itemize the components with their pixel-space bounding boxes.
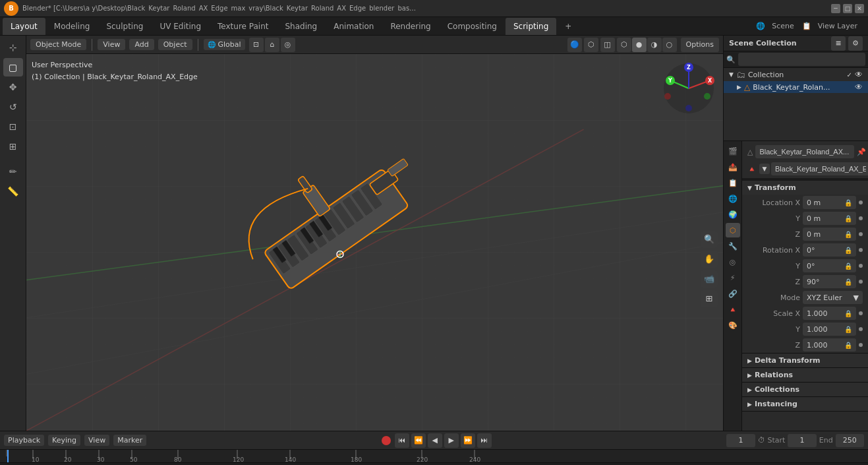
object-eye-btn[interactable]: 👁 (855, 82, 863, 92)
tab-shading[interactable]: Shading (277, 18, 325, 35)
physics-prop-icon[interactable]: ⚡ (726, 270, 740, 285)
delta-transform-header[interactable]: ▶ Delta Transform (742, 354, 868, 367)
tab-compositing[interactable]: Compositing (440, 18, 505, 35)
scale-z-lock[interactable]: 🔒 (844, 342, 852, 349)
location-z-lock[interactable]: 🔒 (844, 231, 852, 238)
keying-btn[interactable]: Keying (48, 435, 80, 446)
location-x-dot[interactable] (859, 201, 863, 204)
search-input[interactable] (738, 53, 865, 66)
overlay-btn[interactable]: ⬡ (584, 38, 598, 52)
tab-sculpting[interactable]: Sculpting (98, 18, 151, 35)
grid-btn[interactable]: ⊞ (701, 290, 718, 307)
rotation-x-lock[interactable]: 🔒 (844, 247, 852, 254)
wireframe-btn[interactable]: ⬡ (617, 38, 631, 52)
material-prop-icon[interactable]: 🎨 (726, 318, 740, 332)
rotation-z-value[interactable]: 90° 🔒 (803, 275, 856, 288)
jump-start-btn[interactable]: ⏮ (395, 433, 409, 448)
location-x-lock[interactable]: 🔒 (844, 199, 852, 206)
rotation-x-value[interactable]: 0° 🔒 (803, 243, 856, 257)
measure-tool[interactable]: 📏 (3, 182, 23, 201)
location-y-value[interactable]: 0 m 🔒 (803, 212, 856, 225)
step-fwd-btn[interactable]: ⏩ (461, 433, 475, 448)
rotation-y-dot[interactable] (859, 264, 863, 268)
relations-header[interactable]: ▶ Relations (742, 368, 868, 382)
view-btn[interactable]: View (84, 435, 109, 446)
scale-tool[interactable]: ⊡ (3, 117, 23, 136)
rotation-y-lock[interactable]: 🔒 (844, 263, 852, 270)
output-prop-icon[interactable]: 📤 (726, 160, 740, 174)
scene-prop-icon[interactable]: 🌐 (726, 191, 740, 206)
rotate-tool[interactable]: ↺ (3, 98, 23, 116)
tab-animation[interactable]: Animation (326, 18, 382, 35)
object-prop-icon[interactable]: ⬡ (726, 223, 740, 237)
record-btn[interactable] (382, 436, 391, 445)
close-btn[interactable]: ✕ (855, 4, 864, 13)
snap-btn[interactable]: ⊡ (249, 38, 264, 52)
options-btn[interactable]: Options (681, 38, 719, 52)
end-frame[interactable]: 250 (836, 434, 864, 447)
tab-add[interactable]: + (557, 18, 579, 35)
scale-y-lock[interactable]: 🔒 (844, 326, 852, 333)
camera-btn[interactable]: 📹 (701, 270, 718, 288)
outliner-filter-btn[interactable]: ≡ (831, 36, 846, 51)
collection-eye-btn[interactable]: 👁 (855, 70, 863, 79)
scale-y-value[interactable]: 1.000 🔒 (803, 323, 856, 336)
modifier-prop-icon[interactable]: 🔧 (726, 239, 740, 253)
tab-rendering[interactable]: Rendering (382, 18, 438, 35)
tab-uv-editing[interactable]: UV Editing (152, 18, 209, 35)
rotation-z-lock[interactable]: 🔒 (844, 278, 852, 286)
rotation-x-dot[interactable] (859, 248, 863, 252)
playback-btn[interactable]: Playback (4, 435, 44, 446)
particles-prop-icon[interactable]: ◎ (726, 255, 740, 269)
menu-blender[interactable] (814, 7, 825, 10)
zoom-to-cursor-btn[interactable]: 🔍 (701, 231, 718, 248)
scale-z-dot[interactable] (859, 343, 863, 347)
move-tool[interactable]: ✥ (3, 78, 23, 96)
instancing-header[interactable]: ▶ Instancing (742, 397, 868, 411)
annotate-tool[interactable]: ✏ (3, 162, 23, 181)
location-z-value[interactable]: 0 m 🔒 (803, 228, 856, 241)
pin-icon[interactable]: 📌 (857, 148, 866, 156)
select-tool[interactable]: ▢ (3, 58, 23, 77)
viewport-canvas[interactable]: User Perspective (1) Collection | Black_… (26, 54, 723, 431)
hand-tool-btn[interactable]: ✋ (701, 251, 718, 268)
rotation-y-value[interactable]: 0° 🔒 (803, 259, 856, 272)
transform-header[interactable]: ▼ Transform (742, 181, 868, 195)
proportional-btn[interactable]: ◎ (281, 38, 295, 52)
collection-visible-check[interactable]: ✓ (847, 71, 852, 78)
location-y-dot[interactable] (859, 216, 863, 220)
view-menu[interactable]: View (98, 39, 125, 50)
scale-x-dot[interactable] (859, 311, 863, 315)
constraints-prop-icon[interactable]: 🔗 (726, 286, 740, 301)
step-back-btn[interactable]: ⏪ (411, 433, 426, 448)
mesh-name-input[interactable] (771, 162, 868, 175)
object-name-input[interactable] (755, 145, 854, 158)
rendered-btn[interactable]: ○ (662, 38, 677, 52)
marker-btn[interactable]: Marker (113, 435, 146, 446)
solid-btn[interactable]: ● (632, 38, 647, 52)
tab-modeling[interactable]: Modeling (46, 18, 98, 35)
object-menu[interactable]: Object (158, 39, 192, 50)
outliner-options-btn[interactable]: ⚙ (848, 36, 863, 51)
scale-y-dot[interactable] (859, 327, 863, 331)
location-x-value[interactable]: 0 m 🔒 (803, 196, 856, 209)
location-z-dot[interactable] (859, 232, 863, 236)
cursor-tool[interactable]: ⊹ (3, 38, 23, 57)
collections-header[interactable]: ▶ Collections (742, 383, 868, 396)
collection-item[interactable]: ▼ 🗂 Collection ✓ 👁 (724, 68, 868, 81)
material-btn[interactable]: ◑ (647, 38, 662, 52)
mode-dropdown[interactable]: Object Mode (30, 39, 86, 50)
mode-dropdown[interactable]: XYZ Euler ▼ (803, 291, 863, 304)
play-btn[interactable]: ▶ (444, 433, 459, 448)
snap-options-btn[interactable]: ⌂ (265, 38, 279, 52)
play-back-btn[interactable]: ◀ (428, 433, 442, 448)
tab-texture-paint[interactable]: Texture Paint (210, 18, 276, 35)
xray-btn[interactable]: ◫ (600, 38, 615, 52)
jump-to-keyframe-btn[interactable]: ⏱ (758, 436, 765, 445)
view-layer-selector[interactable]: View Layer (814, 20, 861, 32)
scale-x-value[interactable]: 1.000 🔒 (803, 307, 856, 320)
location-y-lock[interactable]: 🔒 (844, 215, 852, 222)
scale-x-lock[interactable]: 🔒 (844, 310, 852, 317)
object-item[interactable]: ▶ △ Black_Keytar_Rolan... 👁 (724, 81, 868, 93)
minimize-btn[interactable]: ─ (831, 4, 840, 13)
